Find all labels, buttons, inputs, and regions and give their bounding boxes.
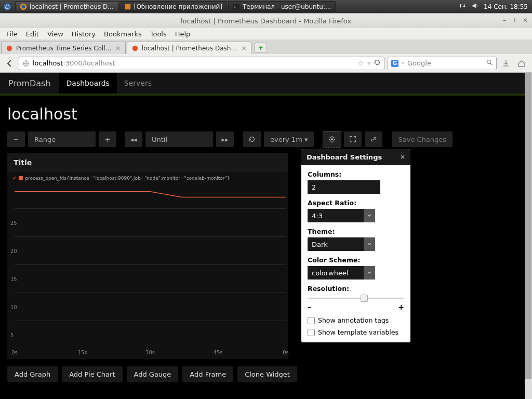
dashboard-actions: Add Graph Add Pie Chart Add Gauge Add Fr…	[7, 366, 525, 382]
browser-tab[interactable]: localhost | Prometheus Dashbo... ×	[127, 42, 251, 54]
chevron-down-icon	[364, 237, 375, 251]
theme-label: Theme:	[308, 228, 404, 235]
columns-input[interactable]	[308, 180, 380, 194]
columns-label: Columns:	[308, 170, 404, 178]
svg-point-2	[8, 5, 9, 6]
show-template-variables-label: Show template variables	[318, 328, 398, 336]
color-scheme-select[interactable]: colorwheel	[308, 266, 404, 280]
slider-max: +	[398, 303, 404, 311]
menu-tools[interactable]: Tools	[146, 29, 171, 39]
legend-label: process_open_fds{instance="localhost:909…	[25, 176, 230, 181]
url-bar[interactable]: localhost:3000/localhost ☆ ▾	[19, 57, 384, 70]
taskbar-item-label: localhost | Prometheus D...	[30, 3, 114, 10]
menu-edit[interactable]: Edit	[22, 29, 43, 39]
tab-label: localhost | Prometheus Dashbo...	[142, 45, 238, 52]
system-tray: 14 Сен, 18:55	[455, 2, 532, 11]
home-button[interactable]	[515, 57, 528, 70]
svg-point-7	[7, 45, 12, 51]
range-increase-button[interactable]: +	[99, 131, 116, 147]
chart-title[interactable]: Title	[7, 153, 288, 172]
aspect-ratio-label: Aspect Ratio:	[308, 199, 404, 207]
clone-widget-button[interactable]: Clone Widget	[237, 366, 297, 382]
taskbar-item-updates[interactable]: [Обновление приложений]	[119, 1, 227, 12]
new-tab-button[interactable]	[255, 43, 267, 53]
resolution-slider[interactable]	[308, 295, 404, 302]
color-scheme-label: Color Scheme:	[308, 256, 404, 264]
browser-tabstrip: Prometheus Time Series Collecti... × loc…	[0, 39, 532, 54]
nav-servers[interactable]: Servers	[117, 73, 159, 94]
add-gauge-button[interactable]: Add Gauge	[127, 366, 179, 382]
aspect-ratio-select[interactable]: 4:3	[308, 209, 404, 222]
menu-view[interactable]: View	[43, 29, 68, 39]
browser-toolbar: localhost:3000/localhost ☆ ▾ G ▾ Google	[0, 54, 532, 73]
back-button[interactable]	[4, 58, 16, 69]
google-icon: G	[391, 60, 398, 67]
resolution-label: Resolution:	[308, 285, 404, 292]
taskbar-item-firefox[interactable]: localhost | Prometheus D...	[15, 1, 118, 12]
range-input[interactable]: Range	[28, 131, 96, 147]
fullscreen-button[interactable]	[344, 131, 362, 147]
slider-min: –	[308, 303, 311, 311]
range-decrease-button[interactable]: −	[7, 131, 25, 147]
start-menu-button[interactable]	[0, 0, 15, 13]
nav-dashboards[interactable]: Dashboards	[59, 73, 117, 94]
window-close-button[interactable]: ×	[522, 17, 529, 24]
page-content: PromDash Dashboards Servers localhost − …	[0, 73, 532, 399]
popover-close-button[interactable]: ×	[400, 153, 405, 161]
refresh-now-button[interactable]	[243, 131, 261, 147]
add-graph-button[interactable]: Add Graph	[7, 366, 58, 382]
volume-icon[interactable]	[471, 2, 478, 11]
show-template-variables-checkbox[interactable]	[308, 329, 315, 336]
window-minimize-button[interactable]: –	[501, 17, 508, 24]
tab-close-button[interactable]: ×	[241, 44, 247, 52]
taskbar-item-label: Терминал - user@ubuntu:...	[243, 3, 331, 10]
promdash-brand[interactable]: PromDash	[0, 78, 59, 88]
refresh-interval-select[interactable]: every 1m ▾	[264, 131, 314, 147]
theme-select[interactable]: Dark	[308, 237, 404, 251]
desktop-panel: localhost | Prometheus D... [Обновление …	[0, 0, 532, 13]
menu-history[interactable]: History	[68, 29, 100, 39]
chevron-down-icon	[364, 209, 375, 222]
svg-rect-5	[125, 4, 130, 9]
link-button[interactable]	[365, 131, 382, 147]
page-title: localhost	[7, 105, 525, 123]
until-input[interactable]: Until	[145, 131, 213, 147]
menubar: File Edit View History Bookmarks Tools H…	[0, 28, 532, 39]
promdash-navbar: PromDash Dashboards Servers	[0, 73, 532, 94]
window-titlebar: localhost | Prometheus Dashboard - Mozil…	[0, 14, 532, 28]
window-maximize-button[interactable]: +	[511, 17, 518, 24]
settings-button[interactable]	[323, 131, 341, 147]
svg-rect-6	[233, 4, 240, 9]
page-scrollbar[interactable]	[525, 73, 532, 399]
taskbar-item-terminal[interactable]: Терминал - user@ubuntu:...	[228, 1, 336, 12]
bookmark-star-icon[interactable]: ☆	[358, 59, 364, 67]
browser-tab[interactable]: Prometheus Time Series Collecti... ×	[1, 42, 126, 54]
chevron-down-icon	[364, 266, 375, 280]
add-frame-button[interactable]: Add Frame	[182, 366, 233, 382]
add-pie-chart-button[interactable]: Add Pie Chart	[62, 366, 122, 382]
time-back-button[interactable]: ◂◂	[125, 131, 142, 147]
search-bar[interactable]: G ▾ Google	[388, 57, 497, 70]
dashboard-settings-popover: Dashboard Settings × Columns: Aspect Rat…	[301, 149, 410, 342]
legend-swatch	[19, 176, 23, 180]
show-annotation-tags-checkbox[interactable]	[308, 317, 315, 324]
reload-button[interactable]	[374, 59, 381, 68]
chart-yaxis: 510152025	[10, 187, 21, 347]
tab-label: Prometheus Time Series Collecti...	[16, 45, 112, 52]
chart-plot-area[interactable]	[15, 180, 286, 349]
chart-body: ✔ process_open_fds{instance="localhost:9…	[7, 172, 288, 359]
svg-point-11	[331, 138, 334, 140]
save-changes-button[interactable]: Save Changes	[392, 131, 453, 147]
tab-close-button[interactable]: ×	[115, 44, 121, 52]
menu-file[interactable]: File	[2, 29, 22, 39]
downloads-button[interactable]	[500, 57, 512, 70]
window-title: localhost | Prometheus Dashboard - Mozil…	[181, 17, 351, 25]
menu-help[interactable]: Help	[171, 29, 195, 39]
menu-bookmarks[interactable]: Bookmarks	[100, 29, 146, 39]
clock[interactable]: 14 Сен, 18:55	[484, 3, 528, 10]
svg-point-1	[6, 5, 7, 6]
search-icon[interactable]	[486, 59, 493, 68]
svg-point-10	[487, 60, 491, 64]
network-icon[interactable]	[459, 2, 466, 11]
time-forward-button[interactable]: ▸▸	[216, 131, 234, 147]
